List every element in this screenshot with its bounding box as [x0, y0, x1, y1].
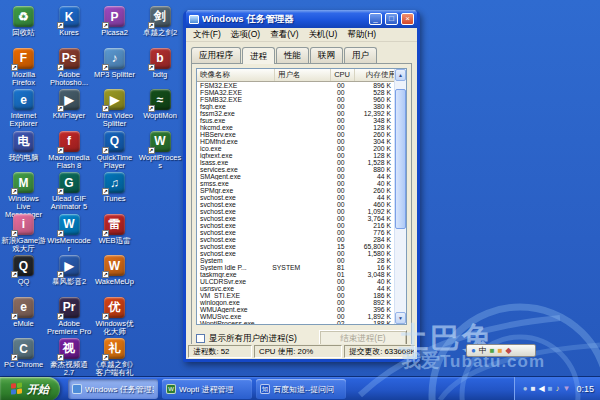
- desktop-icon-adobe-premiere-pro[interactable]: Pr↗Adobe Premiere Pro: [47, 297, 92, 336]
- process-row[interactable]: svchost.exe00776 K: [197, 229, 394, 236]
- desktop-icon-ultra-video-splitter[interactable]: ▶↗Ultra Video Splitter: [92, 89, 137, 128]
- minimize-button[interactable]: _: [369, 13, 382, 25]
- desktop-icon-adobe-photosho-[interactable]: Ps↗Adobe Photosho...: [47, 48, 92, 87]
- desktop-icon-ulead-gif-animator-5[interactable]: G↗Ulead GIF Animator 5: [47, 172, 92, 211]
- ime-mode-icon[interactable]: ●: [471, 346, 476, 355]
- process-row[interactable]: HDMfnd.exe00304 K: [197, 138, 394, 145]
- desktop-icon-mozilla-firefox[interactable]: F↗Mozilla Firefox: [1, 48, 46, 87]
- tray-download-icon[interactable]: ▼: [563, 384, 571, 394]
- ime-settings-icon[interactable]: ◆: [506, 346, 512, 355]
- process-row[interactable]: igfxext.exe00128 K: [197, 152, 394, 159]
- desktop-icon-woptiprocess[interactable]: W↗WoptiProcess: [138, 131, 183, 170]
- process-row[interactable]: System Idle P...SYSTEM8116 K: [197, 264, 394, 271]
- process-row[interactable]: FSMA32.EXE00528 K: [197, 89, 394, 96]
- desktop-icon-回收站[interactable]: ♻回收站: [1, 6, 46, 37]
- menu-item-h[interactable]: 帮助(H): [342, 29, 381, 41]
- tray-security-icon[interactable]: ●: [523, 384, 528, 394]
- scroll-up-arrow-icon[interactable]: ▲: [395, 69, 406, 81]
- ime-chinese-icon[interactable]: 中: [479, 346, 487, 355]
- process-row[interactable]: WMUSvc.exe001,892 K: [197, 313, 394, 320]
- desktop-icon-kures[interactable]: K↗Kures: [47, 6, 92, 37]
- desktop-icon-itunes[interactable]: ♫↗iTunes: [92, 172, 137, 203]
- scrollbar-thumb[interactable]: [395, 89, 406, 229]
- desktop-icon-emule[interactable]: e↗eMule: [1, 297, 46, 328]
- ime-punct-icon[interactable]: ■: [490, 346, 495, 355]
- show-all-users-option[interactable]: 显示所有用户的进程(S): [196, 333, 297, 345]
- tray-volume-icon[interactable]: ♪: [556, 384, 560, 394]
- scroll-down-arrow-icon[interactable]: ▼: [395, 312, 406, 324]
- process-row[interactable]: winlogon.exe00892 K: [197, 299, 394, 306]
- column-header-用户名[interactable]: 用户名: [275, 69, 331, 81]
- desktop-icon-卓越之剑2[interactable]: 剑↗卓越之剑2: [138, 6, 183, 37]
- process-row[interactable]: fssm32.exe0012,392 K: [197, 110, 394, 117]
- process-row[interactable]: SMAgent.exe0044 K: [197, 173, 394, 180]
- desktop-icon-新浪igame游戏大厅[interactable]: i↗新浪iGame游戏大厅: [1, 214, 46, 253]
- menu-item-o[interactable]: 选项(O): [226, 29, 265, 41]
- taskbar-button-windows-任务管理器[interactable]: Windows 任务管理器: [68, 379, 158, 399]
- desktop-icon-macromedia-flash-8[interactable]: f↗Macromedia Flash 8: [47, 131, 92, 170]
- process-row[interactable]: HBServ.exe00260 K: [197, 131, 394, 138]
- desktop-icon-mp3-splitter[interactable]: ♪↗MP3 Splitter: [92, 48, 137, 79]
- process-row[interactable]: ico.exe00200 K: [197, 145, 394, 152]
- process-row[interactable]: ULCDRSvr.exe0040 K: [197, 278, 394, 285]
- maximize-button[interactable]: □: [385, 13, 398, 25]
- tab-进程[interactable]: 进程: [242, 47, 275, 64]
- desktop-icon-picasa2[interactable]: P↗Picasa2: [92, 6, 137, 37]
- desktop-icon-windows优化大师[interactable]: 优↗Windows优化大师: [92, 297, 137, 336]
- desktop-icon-pc-chrome[interactable]: C↗PC Chrome: [1, 338, 46, 369]
- process-row[interactable]: SPMgr.exe00260 K: [197, 187, 394, 194]
- taskbar-button-百度知道--提问问[interactable]: 知百度知道--提问问: [256, 379, 346, 399]
- tab-联网[interactable]: 联网: [310, 47, 343, 64]
- desktop-icon-wismencoder[interactable]: W↗WisMencoder: [47, 214, 92, 253]
- process-row[interactable]: lsass.exe001,528 K: [197, 159, 394, 166]
- process-row[interactable]: FSM32.EXE00896 K: [197, 82, 394, 89]
- ime-language-bar[interactable]: ●中■■◆: [466, 344, 536, 357]
- tab-性能[interactable]: 性能: [276, 47, 309, 64]
- process-row[interactable]: svchost.exe0044 K: [197, 194, 394, 201]
- process-row[interactable]: svchost.exe001,092 K: [197, 208, 394, 215]
- tab-应用程序[interactable]: 应用程序: [191, 47, 241, 64]
- desktop-icon-quicktime-player[interactable]: Q↗QuickTime Player: [92, 131, 137, 170]
- process-row[interactable]: services.exe00880 K: [197, 166, 394, 173]
- close-button[interactable]: ×: [401, 13, 414, 25]
- desktop-icon-qq[interactable]: Q↗QQ: [1, 255, 46, 286]
- process-row[interactable]: svchost.exe1565,800 K: [197, 243, 394, 250]
- desktop-icon-暴风影音2[interactable]: ▶↗暴风影音2: [47, 255, 92, 286]
- process-row[interactable]: hkcmd.exe00128 K: [197, 124, 394, 131]
- title-bar[interactable]: Windows 任务管理器 _ □ ×: [186, 10, 417, 28]
- process-row[interactable]: svchost.exe00216 K: [197, 222, 394, 229]
- desktop-icon-web迅雷[interactable]: 雷↗WEB迅雷: [92, 214, 137, 245]
- desktop-icon-internet-explorer[interactable]: eInternet Explorer: [1, 89, 46, 128]
- process-row[interactable]: taskmgr.exe013,048 K: [197, 271, 394, 278]
- menu-item-v[interactable]: 查看(V): [265, 29, 303, 41]
- tray-display-icon[interactable]: ■: [548, 384, 553, 394]
- ime-softkb-icon[interactable]: ■: [498, 346, 503, 355]
- taskbar-clock[interactable]: 0:15: [576, 384, 594, 394]
- process-row[interactable]: FSMB32.EXE00960 K: [197, 96, 394, 103]
- tray-messenger-icon[interactable]: ■: [531, 384, 536, 394]
- process-row[interactable]: smss.exe0040 K: [197, 180, 394, 187]
- start-button[interactable]: 开始: [0, 377, 60, 400]
- process-row[interactable]: usnsvc.exe0044 K: [197, 285, 394, 292]
- process-row[interactable]: svchost.exe00284 K: [197, 236, 394, 243]
- process-row[interactable]: System0028 K: [197, 257, 394, 264]
- tab-用户[interactable]: 用户: [344, 47, 377, 64]
- desktop-icon-woptimon[interactable]: ≈↗WoptiMon: [138, 89, 183, 120]
- process-row[interactable]: svchost.exe003,764 K: [197, 215, 394, 222]
- tray-hide-icons-chevron[interactable]: ◀: [539, 384, 545, 394]
- menu-item-u[interactable]: 关机(U): [303, 29, 342, 41]
- show-all-users-checkbox[interactable]: [196, 334, 205, 343]
- process-row[interactable]: svchost.exe00460 K: [197, 201, 394, 208]
- desktop-icon-windows-live-messenger[interactable]: M↗Windows Live Messenger: [1, 172, 46, 219]
- column-header-映像名称[interactable]: 映像名称: [197, 69, 275, 81]
- process-row[interactable]: WMUAgent.exe00396 K: [197, 306, 394, 313]
- desktop-icon-bdtg[interactable]: b↗bdtg: [138, 48, 183, 79]
- desktop-icon-wakemeup[interactable]: W↗WakeMeUp: [92, 255, 137, 286]
- process-row[interactable]: fsgh.exe00380 K: [197, 103, 394, 110]
- desktop-icon--卓越之剑-客户端有礼[interactable]: 礼↗《卓越之剑》客户端有礼: [92, 338, 137, 377]
- desktop-icon-我的电脑[interactable]: 电我的电脑: [1, 131, 46, 162]
- taskbar-button-wopti-进程管理[interactable]: WWopti 进程管理: [162, 379, 252, 399]
- desktop-icon-豪杰视频通-2-7[interactable]: 视↗豪杰视频通 2.7: [47, 338, 92, 377]
- desktop-icon-kmplayer[interactable]: ▶↗KMPlayer: [47, 89, 92, 120]
- column-header-CPU[interactable]: CPU: [331, 69, 355, 81]
